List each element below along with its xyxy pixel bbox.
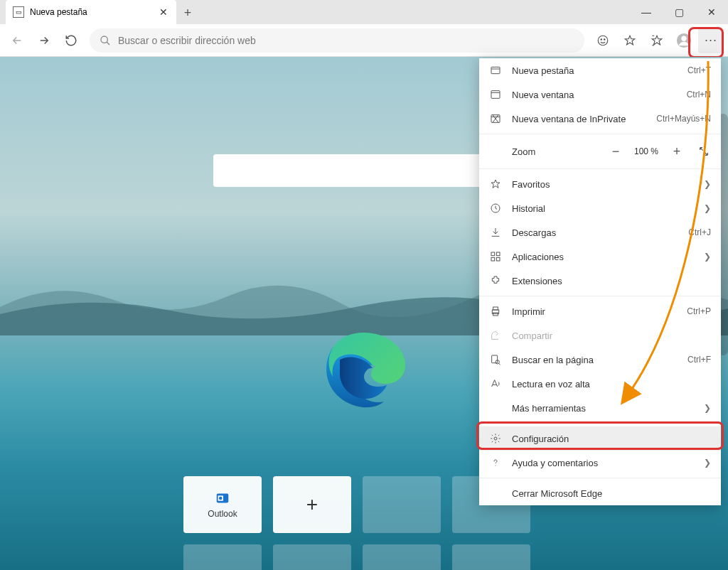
menu-settings[interactable]: Configuración (479, 426, 721, 451)
chevron-right-icon: ❯ (704, 179, 711, 189)
find-icon (489, 354, 502, 365)
window-minimize-button[interactable]: — (630, 0, 663, 24)
svg-rect-14 (496, 252, 500, 256)
edge-logo-icon (318, 327, 410, 418)
tile-empty[interactable] (183, 544, 262, 570)
forward-button[interactable] (31, 28, 57, 53)
favorite-star-button[interactable] (617, 28, 643, 53)
more-menu-button[interactable]: ··· (698, 28, 724, 53)
svg-point-22 (494, 437, 497, 440)
favorites-bar-button[interactable] (644, 28, 670, 53)
extensions-icon (489, 275, 502, 286)
fullscreen-button[interactable] (692, 140, 715, 163)
tile-add[interactable]: + (273, 476, 351, 533)
zoom-out-button[interactable]: − (604, 140, 627, 163)
menu-help[interactable]: Ayuda y comentarios ❯ (479, 451, 721, 475)
apps-icon (489, 251, 502, 262)
menu-zoom: Zoom − 100 % + (479, 137, 721, 166)
window-close-button[interactable]: ✕ (695, 0, 728, 24)
back-button (4, 28, 30, 53)
svg-point-3 (604, 38, 606, 40)
svg-rect-19 (493, 313, 498, 316)
menu-find[interactable]: Buscar en la página Ctrl+F (479, 348, 721, 372)
tile-empty[interactable] (452, 544, 530, 570)
menu-extensions[interactable]: Extensiones (479, 269, 721, 293)
refresh-button[interactable] (58, 28, 84, 53)
title-bar: ▭ Nueva pestaña ✕ + — ▢ ✕ (0, 0, 728, 24)
menu-print[interactable]: Imprimir Ctrl+P (479, 299, 721, 323)
svg-rect-13 (491, 252, 495, 256)
new-tab-search-box[interactable] (213, 154, 515, 187)
quick-links: Outlook + (183, 476, 530, 570)
menu-more-tools[interactable]: Más herramientas ❯ (479, 396, 721, 420)
menu-favorites[interactable]: Favoritos ❯ (479, 172, 721, 196)
svg-rect-15 (491, 257, 495, 261)
chevron-right-icon: ❯ (704, 252, 711, 262)
menu-history[interactable]: Historial ❯ (479, 196, 721, 220)
share-icon (489, 330, 502, 341)
menu-close-edge[interactable]: Cerrar Microsoft Edge (479, 481, 721, 505)
menu-downloads[interactable]: Descargas Ctrl+J (479, 220, 721, 244)
svg-point-2 (601, 38, 602, 40)
history-icon (489, 203, 502, 214)
print-icon (489, 306, 502, 317)
svg-rect-10 (491, 91, 500, 99)
settings-menu: Nueva pestaña Ctrl+T Nueva ventana Ctrl+… (479, 58, 721, 505)
new-tab-button[interactable]: + (176, 1, 199, 24)
toolbar: Buscar o escribir dirección web ··· (0, 24, 728, 57)
svg-rect-16 (496, 257, 500, 261)
address-placeholder: Buscar o escribir dirección web (118, 35, 256, 46)
tab-favicon-icon: ▭ (13, 6, 24, 18)
tile-empty[interactable] (363, 544, 441, 570)
svg-point-1 (598, 36, 608, 45)
svg-rect-18 (493, 307, 498, 310)
svg-rect-20 (492, 355, 498, 363)
tracking-prevention-button[interactable] (590, 28, 616, 53)
tile-outlook[interactable]: Outlook (183, 476, 262, 533)
svg-point-5 (681, 36, 686, 41)
tile-empty[interactable] (273, 544, 351, 570)
outlook-icon (215, 490, 230, 506)
menu-apps[interactable]: Aplicaciones ❯ (479, 244, 721, 269)
address-bar[interactable]: Buscar o escribir dirección web (90, 28, 584, 53)
search-icon (100, 35, 111, 46)
window-maximize-button[interactable]: ▢ (663, 0, 695, 24)
gear-icon (489, 433, 502, 444)
svg-point-8 (219, 497, 223, 500)
favorites-icon (489, 178, 502, 190)
chevron-right-icon: ❯ (704, 458, 711, 468)
read-aloud-icon (489, 378, 502, 389)
menu-new-tab[interactable]: Nueva pestaña Ctrl+T (479, 58, 721, 82)
window-controls: — ▢ ✕ (630, 0, 728, 24)
tab-title: Nueva pestaña (30, 7, 87, 17)
menu-new-window[interactable]: Nueva ventana Ctrl+N (479, 82, 721, 107)
tile-empty[interactable] (363, 476, 441, 533)
zoom-in-button[interactable]: + (665, 140, 688, 163)
new-window-icon (489, 89, 502, 100)
inprivate-icon (489, 113, 502, 124)
profile-button[interactable] (671, 28, 697, 53)
new-tab-icon (489, 65, 502, 76)
zoom-value: 100 % (627, 146, 665, 156)
menu-share: Compartir (479, 323, 721, 348)
menu-read-aloud[interactable]: Lectura en voz alta (479, 372, 721, 396)
downloads-icon (489, 227, 502, 238)
menu-new-inprivate[interactable]: Nueva ventana de InPrivate Ctrl+Mayús+N (479, 107, 721, 131)
chevron-right-icon: ❯ (704, 403, 711, 413)
svg-rect-9 (491, 67, 500, 73)
tab-close-icon[interactable]: ✕ (159, 6, 168, 18)
help-icon (489, 457, 502, 468)
more-menu-icon: ··· (705, 33, 717, 48)
tile-label: Outlook (208, 509, 237, 519)
svg-point-0 (101, 36, 107, 43)
browser-tab[interactable]: ▭ Nueva pestaña ✕ (6, 0, 176, 24)
chevron-right-icon: ❯ (704, 203, 711, 213)
